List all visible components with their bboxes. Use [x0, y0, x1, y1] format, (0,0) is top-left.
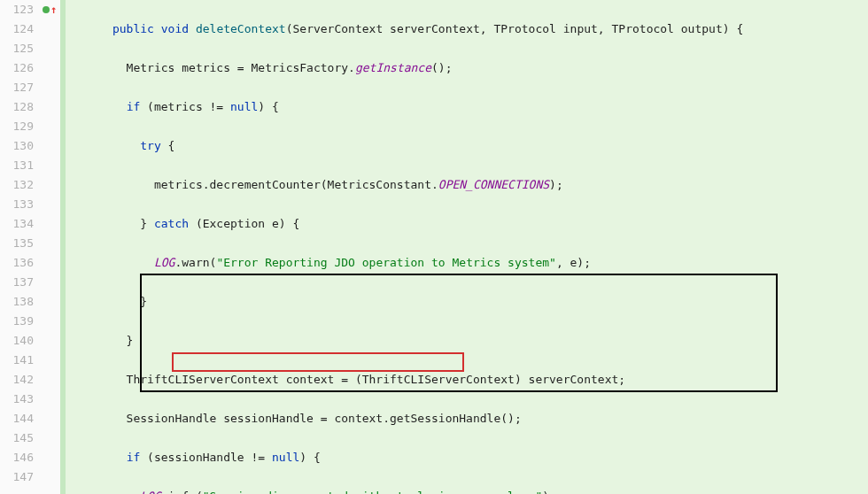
code-line: metrics.decrementCounter(MetricsConstant… — [71, 175, 868, 195]
code-line: if (metrics != null) { — [71, 97, 868, 117]
code-line: SessionHandle sessionHandle = context.ge… — [71, 409, 868, 428]
line-number-gutter: 123 124 125 126 127 128 129 130 131 132 … — [0, 0, 41, 494]
code-line: if (sessionHandle != null) { — [71, 448, 868, 467]
line-number: 133 — [12, 195, 34, 214]
line-number: 132 — [12, 175, 34, 195]
line-number: 144 — [12, 409, 34, 428]
line-number: 129 — [12, 117, 34, 136]
line-number: 143 — [12, 390, 34, 409]
line-number: 124 — [12, 19, 34, 39]
override-marker[interactable]: ↑ — [43, 0, 57, 19]
line-number: 131 — [12, 156, 34, 175]
line-number: 142 — [12, 370, 34, 390]
line-number: 140 — [12, 331, 34, 351]
line-number: 123 — [12, 0, 34, 19]
line-number: 128 — [12, 97, 34, 117]
change-dot-icon — [43, 6, 50, 13]
arrow-up-icon: ↑ — [50, 4, 57, 15]
line-number: 135 — [12, 234, 34, 253]
line-number: 127 — [12, 78, 34, 97]
code-line: public void deleteContext(ServerContext … — [71, 19, 868, 39]
code-area[interactable]: public void deleteContext(ServerContext … — [66, 0, 868, 494]
code-line: LOG.info("Session disconnected without c… — [71, 487, 868, 494]
code-line: try { — [71, 136, 868, 156]
line-number: 126 — [12, 58, 34, 78]
highlight-box-inner — [172, 352, 464, 372]
line-number: 136 — [12, 253, 34, 273]
line-number: 130 — [12, 136, 34, 156]
code-line: } — [71, 292, 868, 312]
line-number: 134 — [12, 214, 34, 234]
line-number: 145 — [12, 428, 34, 448]
code-line: Metrics metrics = MetricsFactory.getInst… — [71, 58, 868, 78]
line-number: 146 — [12, 448, 34, 467]
line-number: 125 — [12, 39, 34, 58]
code-editor: 123 124 125 126 127 128 129 130 131 132 … — [0, 0, 868, 494]
code-line: } — [71, 331, 868, 351]
line-number: 141 — [12, 351, 34, 370]
line-number: 137 — [12, 273, 34, 292]
code-line: LOG.warn("Error Reporting JDO operation … — [71, 253, 868, 273]
code-line: ThriftCLIServerContext context = (Thrift… — [71, 370, 868, 390]
gutter-marker-column: ↑ — [41, 0, 60, 494]
line-number: 138 — [12, 292, 34, 312]
line-number: 147 — [12, 467, 34, 487]
line-number: 139 — [12, 312, 34, 331]
code-line: } catch (Exception e) { — [71, 214, 868, 234]
